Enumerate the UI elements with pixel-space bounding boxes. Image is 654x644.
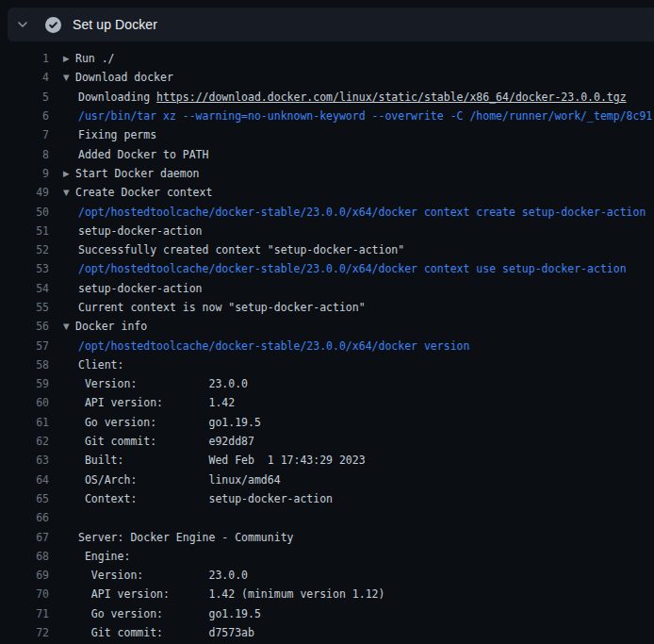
line-number[interactable]: 56 (0, 320, 49, 333)
log-line: 6/usr/bin/tar xz --warning=no-unknown-ke… (0, 107, 654, 125)
step-title: Set up Docker (73, 17, 157, 32)
line-number[interactable]: 54 (0, 282, 49, 295)
line-number[interactable]: 51 (0, 224, 49, 238)
log-command-text: /usr/bin/tar xz --warning=no-unknown-key… (75, 109, 652, 123)
log-text: setup-docker-action (75, 282, 203, 295)
log-line: 71 Go version: go1.19.5 (0, 604, 654, 623)
log-line: 8Added Docker to PATH (0, 144, 654, 163)
log-text: Go version: go1.19.5 (75, 607, 261, 620)
line-number[interactable]: 66 (0, 511, 49, 524)
log-line: 69 Version: 23.0.0 (0, 566, 654, 585)
log-line: 7Fixing perms (0, 125, 654, 144)
log-text: Version: 23.0.0 (75, 569, 248, 582)
log-line: 59 Version: 23.0.0 (0, 374, 654, 393)
log-line: 67Server: Docker Engine - Community (0, 527, 654, 546)
log-text-segment: Downloading (78, 91, 156, 104)
log-text: Built: Wed Feb 1 17:43:29 2023 (75, 454, 366, 467)
log-line: 55Current context is now "setup-docker-a… (0, 298, 654, 317)
line-number[interactable]: 55 (0, 301, 49, 314)
line-number[interactable]: 59 (0, 377, 49, 390)
log-group-header[interactable]: 49▼Create Docker context (0, 183, 654, 202)
log-text: Start Docker daemon (75, 167, 200, 180)
log-text: setup-docker-action (75, 224, 203, 238)
line-number[interactable]: 63 (0, 454, 49, 467)
check-circle-icon (45, 17, 61, 33)
line-number[interactable]: 60 (0, 396, 49, 409)
log-text: Added Docker to PATH (75, 148, 208, 161)
log-text: Fixing perms (75, 128, 156, 141)
log-line: 61 Go version: go1.19.5 (0, 413, 654, 432)
line-number[interactable]: 61 (0, 416, 49, 429)
triangle-down-icon[interactable]: ▼ (49, 322, 75, 331)
line-number[interactable]: 52 (0, 243, 49, 256)
line-number[interactable]: 50 (0, 206, 49, 219)
line-number[interactable]: 9 (0, 167, 49, 180)
collapse-step-button[interactable] (12, 14, 33, 35)
chevron-down-icon (17, 19, 28, 30)
log-text: Current context is now "setup-docker-act… (75, 301, 366, 314)
log-text: Create Docker context (75, 186, 212, 199)
log-text: Docker info (75, 320, 147, 333)
log-line: 60 API version: 1.42 (0, 393, 654, 412)
line-number[interactable]: 67 (0, 531, 49, 544)
line-number[interactable]: 53 (0, 262, 49, 275)
log-line: 68 Engine: (0, 547, 654, 566)
log-text: OS/Arch: linux/amd64 (75, 473, 281, 487)
line-number[interactable]: 8 (0, 148, 49, 161)
log-command-text: /opt/hostedtoolcache/docker-stable/23.0.… (75, 262, 627, 275)
triangle-right-icon[interactable]: ▶ (49, 169, 75, 178)
line-number[interactable]: 68 (0, 550, 49, 563)
log-line: 5Downloading https://download.docker.com… (0, 88, 654, 107)
line-number[interactable]: 58 (0, 358, 49, 372)
log-text: API version: 1.42 (75, 396, 235, 409)
log-text: Context: setup-docker-action (75, 492, 333, 505)
log-line: 53/opt/hostedtoolcache/docker-stable/23.… (0, 259, 654, 278)
log-line: 62 Git commit: e92dd87 (0, 432, 654, 451)
line-number[interactable]: 4 (0, 71, 49, 84)
log-line: 70 API version: 1.42 (minimum version 1.… (0, 585, 654, 603)
line-number[interactable]: 72 (0, 626, 49, 639)
line-number[interactable]: 1 (0, 52, 49, 65)
log-text: Git commit: d7573ab (75, 626, 254, 639)
line-number[interactable]: 7 (0, 128, 49, 141)
log-line: 57/opt/hostedtoolcache/docker-stable/23.… (0, 336, 654, 355)
log-text: Successfully created context "setup-dock… (75, 243, 404, 256)
log-command-text: /opt/hostedtoolcache/docker-stable/23.0.… (75, 206, 652, 219)
triangle-right-icon[interactable]: ▶ (49, 54, 75, 63)
log-text: Engine: (75, 550, 130, 563)
log-line: 52Successfully created context "setup-do… (0, 240, 654, 259)
log-area: 1▶Run ./4▼Download docker5Downloading ht… (0, 41, 654, 644)
step-header[interactable]: Set up Docker (8, 8, 654, 41)
log-line: 72 Git commit: d7573ab (0, 623, 654, 642)
line-number[interactable]: 57 (0, 339, 49, 353)
line-number[interactable]: 65 (0, 492, 49, 505)
log-text: Version: 23.0.0 (75, 377, 248, 390)
log-text: Server: Docker Engine - Community (75, 531, 293, 544)
log-group-header[interactable]: 4▼Download docker (0, 68, 654, 87)
triangle-down-icon[interactable]: ▼ (49, 188, 75, 197)
log-group-header[interactable]: 1▶Run ./ (0, 49, 654, 68)
line-number[interactable]: 71 (0, 607, 49, 620)
line-number[interactable]: 5 (0, 91, 49, 104)
log-line: 50/opt/hostedtoolcache/docker-stable/23.… (0, 202, 654, 221)
line-number[interactable]: 6 (0, 109, 49, 123)
log-group-header[interactable]: 9▶Start Docker daemon (0, 164, 654, 183)
log-line: 65 Context: setup-docker-action (0, 489, 654, 508)
line-number[interactable]: 64 (0, 473, 49, 487)
line-number[interactable]: 62 (0, 435, 49, 448)
log-text: Go version: go1.19.5 (75, 416, 261, 429)
log-line: 58Client: (0, 355, 654, 374)
line-number[interactable]: 49 (0, 186, 49, 199)
log-group-header[interactable]: 56▼Docker info (0, 317, 654, 336)
log-line: 51setup-docker-action (0, 222, 654, 240)
line-number[interactable]: 69 (0, 569, 49, 582)
log-line: 54setup-docker-action (0, 279, 654, 298)
triangle-down-icon[interactable]: ▼ (49, 73, 75, 82)
log-line: 64 OS/Arch: linux/amd64 (0, 471, 654, 489)
line-number[interactable]: 70 (0, 587, 49, 601)
log-text: Download docker (75, 71, 173, 84)
log-text: Client: (75, 358, 123, 372)
log-text: API version: 1.42 (minimum version 1.12) (75, 587, 384, 601)
log-text: Downloading https://download.docker.com/… (75, 91, 627, 104)
log-url-link[interactable]: https://download.docker.com/linux/static… (156, 91, 627, 104)
